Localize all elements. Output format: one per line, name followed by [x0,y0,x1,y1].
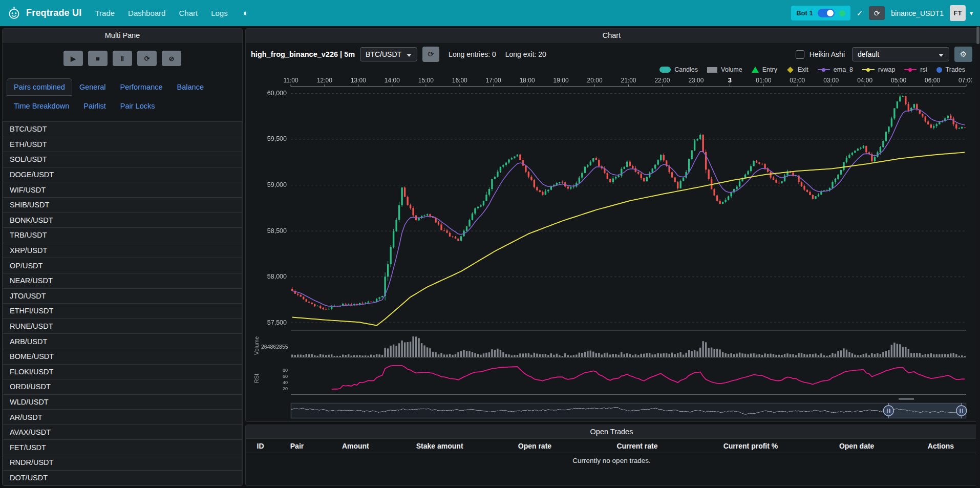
pair-list-item[interactable]: BTC/USDT [3,121,242,137]
legend-item[interactable]: rsi [904,66,927,73]
pair-list-item[interactable]: OP/USDT [3,258,242,273]
pair-list-item[interactable]: SHIB/USDT [3,197,242,213]
column-header: ID [246,442,275,450]
multi-pane-tabs: Pairs combinedGeneralPerformanceBalanceT… [3,77,242,115]
tab[interactable]: Balance [170,78,211,96]
scrollbar-thumb[interactable] [976,27,979,44]
chart-toolbar: high_frog_binance_v226 | 5m BTC/USDT ⟳ L… [251,47,972,62]
pair-list-item[interactable]: JTO/USDT [3,288,242,304]
pair-list-item[interactable]: AVAX/USDT [3,425,242,440]
heikin-ashi-checkbox[interactable] [796,50,804,59]
plot-config-button[interactable]: ⊘ [162,51,181,66]
pair-list-item[interactable]: ARB/USDT [3,333,242,349]
heikin-ashi-label: Heikin Ashi [809,50,845,58]
long-exits-label: Long exit: 20 [505,50,546,58]
open-trades-columns: IDPairAmountStake amountOpen rateCurrent… [246,439,977,453]
start-button[interactable]: ▶ [63,51,83,66]
pair-list-item[interactable]: RNDR/USDT [3,455,242,471]
tab[interactable]: Pair Locks [113,97,162,115]
multi-pane-header: Multi Pane [3,29,242,43]
exchange-label: binance_USDT1 [891,9,944,17]
open-trades-header: Open Trades [246,425,977,439]
column-header: Actions [904,442,977,450]
tab[interactable]: Time Breakdown [7,97,76,115]
legend-item[interactable]: rvwap [862,66,895,73]
pair-select[interactable]: BTC/USDT [360,47,417,61]
bot-name-label: Bot 1 [796,9,813,17]
legend-item[interactable]: Candles [659,66,698,73]
play-icon: ▶ [71,55,76,62]
open-trades-empty-message: Currently no open trades. [246,453,977,468]
user-avatar[interactable]: FT [950,5,966,21]
column-header: Pair [275,442,319,450]
legend-marker [936,67,942,73]
column-header: Amount [319,442,392,450]
legend-item[interactable]: ema_8 [818,66,853,73]
nav-item[interactable]: Trade [95,9,115,17]
bot-online-indicator [839,10,845,16]
bot-toggle[interactable] [818,9,835,17]
column-header: Open rate [487,442,583,450]
column-header: Open date [809,442,904,450]
pair-list-item[interactable]: TRB/USDT [3,227,242,243]
pair-list-item[interactable]: FLOKI/USDT [3,364,242,380]
nav-menu: TradeDashboardChartLogs [95,9,227,17]
pair-list-item[interactable]: ORDI/USDT [3,379,242,395]
tab[interactable]: Pairlist [76,97,113,115]
column-header: Stake amount [392,442,487,450]
pair-list-item[interactable]: WLD/USDT [3,394,242,410]
pair-list-item[interactable]: FET/USDT [3,439,242,455]
pair-list-item[interactable]: BONK/USDT [3,213,242,228]
legend-item[interactable]: Exit [786,66,808,73]
legend-item[interactable]: Volume [707,66,742,73]
navbar: Freqtrade UI TradeDashboardChartLogs ◐ B… [0,0,980,26]
tab[interactable]: Performance [113,78,170,96]
pair-list-item[interactable]: SOL/USDT [3,152,242,167]
reload-config-button[interactable]: ⟳ [137,51,157,66]
pair-list-item[interactable]: ETHFI/USDT [3,303,242,319]
chart-legend: Candles Volume Entry Exit ema_8 [251,62,972,74]
page-scrollbar[interactable] [976,26,980,488]
chart-refresh-button[interactable]: ⟳ [422,47,439,62]
nav-item[interactable]: Chart [179,9,198,17]
pair-list-item[interactable]: WIF/USDT [3,182,242,198]
pair-list-item[interactable]: DOT/USDT [3,470,242,486]
pair-list-item[interactable]: DOGE/USDT [3,167,242,183]
pair-list-item[interactable]: NEAR/USDT [3,273,242,289]
long-entries-label: Long entries: 0 [449,50,496,58]
legend-item[interactable]: Trades [936,66,965,73]
pair-list-item[interactable]: XRP/USDT [3,243,242,259]
main-content: Multi Pane ▶■Ⅱ⟳⊘ Pairs combinedGeneralPe… [0,26,980,488]
pair-list-item[interactable]: RUNE/USDT [3,319,242,334]
gear-icon[interactable]: ⚙ [954,47,972,62]
multi-pane-panel: Multi Pane ▶■Ⅱ⟳⊘ Pairs combinedGeneralPe… [2,28,243,486]
pair-list-item[interactable]: ETH/USDT [3,137,242,153]
pair-list-item[interactable]: BOME/USDT [3,349,242,365]
nav-item[interactable]: Logs [211,9,228,17]
plot-config-select[interactable]: default [852,47,949,61]
legend-item[interactable]: Entry [752,66,777,73]
legend-marker [787,67,794,73]
brand-title[interactable]: Freqtrade UI [26,8,81,18]
tab[interactable]: Pairs combined [7,78,72,96]
strategy-label: high_frog_binance_v226 | 5m [251,50,355,58]
stop-button[interactable]: ■ [88,51,108,66]
bot-control-buttons: ▶■Ⅱ⟳⊘ [3,43,242,73]
legend-marker [659,67,671,73]
chevron-down-icon[interactable]: ▾ [970,10,973,17]
pair-list-item[interactable]: AR/USDT [3,409,242,425]
price-chart-canvas[interactable] [251,74,972,419]
refresh-button[interactable]: ⟳ [869,6,885,20]
theme-toggle-icon[interactable]: ◐ [243,8,248,18]
freqtrade-logo-icon [7,6,21,20]
legend-marker [904,67,917,73]
tab[interactable]: General [72,78,113,96]
legend-marker [707,67,717,73]
pause-button[interactable]: Ⅱ [113,51,132,66]
bot-selector[interactable]: Bot 1 [791,6,850,20]
column-header: Current rate [582,442,692,450]
nav-item[interactable]: Dashboard [128,9,165,17]
chart-panel: Chart high_frog_binance_v226 | 5m BTC/US… [245,28,978,422]
chart-toolbar-right: Heikin Ashi default ⚙ [796,47,972,62]
stop-icon: ■ [96,55,100,62]
